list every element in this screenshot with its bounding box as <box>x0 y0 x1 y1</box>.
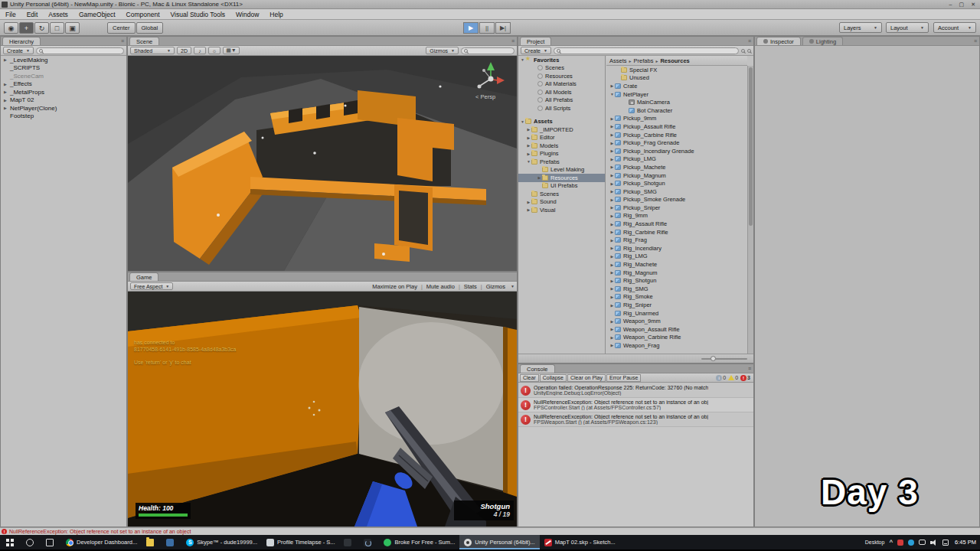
hierarchy-item[interactable]: Footstep <box>1 112 126 121</box>
scene-search-input[interactable] <box>469 48 511 54</box>
expand-arrow-icon[interactable]: ▶ <box>609 124 615 129</box>
taskbar-button[interactable]: Developer Dashboard... <box>61 535 142 549</box>
taskbar-button[interactable]: Broke For Free - Sum... <box>379 535 459 549</box>
taskbar-button[interactable] <box>2 535 21 549</box>
menu-item[interactable]: Edit <box>21 9 44 19</box>
camera-preview-icon[interactable]: ▦▼ <box>223 47 240 54</box>
menu-item[interactable]: Component <box>121 9 165 19</box>
warning-filter-toggle[interactable]: 0 <box>728 375 738 380</box>
layers-dropdown[interactable]: Layers▼ <box>839 22 882 33</box>
project-file-item[interactable]: ▶ Rig_Sniper <box>606 301 747 309</box>
expand-arrow-icon[interactable]: ▶ <box>609 295 615 299</box>
aspect-dropdown[interactable]: Free Aspect▼ <box>130 282 173 290</box>
lock-icon[interactable]: ≡ <box>974 38 977 44</box>
menu-item[interactable]: Window <box>230 9 264 19</box>
menu-item[interactable]: Help <box>264 9 288 19</box>
taskbar-button[interactable]: MapT 02.skp - Sketch... <box>540 535 620 549</box>
breadcrumb-item[interactable]: Resources <box>660 57 689 64</box>
project-tree-item[interactable]: ▼ Prefabs <box>518 158 605 166</box>
project-tree-item[interactable]: ▶ Editor <box>518 134 605 142</box>
step-button[interactable]: ▶| <box>495 22 511 34</box>
project-tree-item[interactable]: Scenes <box>518 64 605 73</box>
project-file-item[interactable]: ▶ Rig_Smoke <box>606 293 747 302</box>
chevron-up-icon[interactable]: ^ <box>889 540 893 546</box>
taskbar-button[interactable] <box>41 535 61 549</box>
project-file-item[interactable]: ▶ Pickup_Magnum <box>606 171 747 180</box>
expand-arrow-icon[interactable]: ▶ <box>609 157 615 161</box>
expand-arrow-icon[interactable]: ▶ <box>526 152 531 156</box>
project-file-item[interactable]: ▶ Rig_Assault Rifle <box>606 220 747 228</box>
taskbar-button[interactable] <box>359 535 379 549</box>
project-file-item[interactable]: ▶ Pickup_Shotgun <box>606 179 747 187</box>
tab-project[interactable]: Project <box>520 37 551 45</box>
expand-arrow-icon[interactable]: ▶ <box>609 335 615 340</box>
expand-arrow-icon[interactable]: ▼ <box>526 159 531 164</box>
project-file-item[interactable]: ▶ Rig_9mm <box>606 212 747 220</box>
project-file-item[interactable]: ▶ Rig_SMG <box>606 285 747 293</box>
tab-hierarchy[interactable]: Hierarchy <box>2 37 41 45</box>
tab-inspector[interactable]: Inspector <box>756 37 801 45</box>
project-tree-item[interactable]: Level Making <box>518 166 605 174</box>
expand-arrow-icon[interactable]: ▶ <box>609 173 615 178</box>
taskbar-button[interactable]: Unity Personal (64bit)... <box>459 535 539 549</box>
panel-menu-icon[interactable]: ≡ <box>121 38 124 44</box>
project-file-item[interactable]: ▶ Pickup_Assault Rifle <box>606 122 747 131</box>
error-pause-toggle[interactable]: Error Pause <box>606 374 641 382</box>
project-file-item[interactable]: Unused <box>606 74 747 83</box>
project-tree-item[interactable]: ▶ Visual <box>518 206 605 214</box>
project-file-item[interactable]: ▶ Rig_Carbine Rifle <box>606 228 747 236</box>
account-dropdown[interactable]: Account▼ <box>933 22 976 33</box>
taskbar-button[interactable] <box>21 535 41 549</box>
error-filter-toggle[interactable]: !3 <box>740 375 750 381</box>
expand-arrow-icon[interactable]: ▶ <box>526 127 531 132</box>
maximize-button[interactable]: ▢ <box>959 2 965 8</box>
panel-menu-icon[interactable]: ≡ <box>511 38 514 44</box>
scene-viewport[interactable]: < Persp <box>128 56 517 271</box>
project-file-item[interactable]: ▶ Weapon_Frag <box>606 341 747 350</box>
project-tree-item[interactable]: ▶ Sound <box>518 198 605 207</box>
project-file-item[interactable]: ▶ Weapon_Assault Rifle <box>606 325 747 334</box>
expand-arrow-icon[interactable]: ▶ <box>609 254 615 259</box>
create-dropdown[interactable]: Create▼ <box>521 47 551 54</box>
project-file-item[interactable]: ▶ Weapon_Carbine Rifle <box>606 334 747 342</box>
project-file-item[interactable]: ▶ Pickup_LMG <box>606 155 747 164</box>
scene-gizmos-dropdown[interactable]: Gizmos▼ <box>426 47 459 54</box>
project-tree-item[interactable]: All Prefabs <box>518 96 605 105</box>
close-button[interactable]: ✕ <box>971 2 975 8</box>
project-search-input[interactable] <box>562 48 736 54</box>
expand-arrow-icon[interactable]: ▶ <box>526 200 531 204</box>
hierarchy-search-input[interactable] <box>44 48 121 54</box>
expand-arrow-icon[interactable]: ▶ <box>609 214 615 218</box>
rotate-tool-icon[interactable]: ↻ <box>34 22 49 34</box>
project-scrollbar[interactable] <box>747 66 753 354</box>
thumbnail-zoom-slider[interactable] <box>701 358 747 360</box>
project-file-item[interactable]: ▶ Rig_LMG <box>606 253 747 261</box>
speaker-icon[interactable] <box>930 540 938 546</box>
menu-item[interactable]: GameObject <box>74 9 121 19</box>
expand-arrow-icon[interactable]: ▶ <box>609 327 615 331</box>
project-tree-item[interactable]: ▶ Resources <box>518 174 605 182</box>
menu-item[interactable]: Visual Studio Tools <box>165 9 231 19</box>
game-viewport[interactable]: has connected to 81770458-6141-491b-8585… <box>128 292 517 527</box>
project-tree-item[interactable]: ▶ Models <box>518 142 605 150</box>
expand-arrow-icon[interactable]: ▶ <box>609 189 615 194</box>
project-file-item[interactable]: ▶ Pickup_Frag Grenade <box>606 139 747 147</box>
desktop-label[interactable]: Desktop <box>865 540 885 545</box>
project-search[interactable] <box>554 47 739 54</box>
mute-audio-toggle[interactable]: Mute audio <box>426 283 455 290</box>
tab-lighting[interactable]: Lighting <box>802 37 843 45</box>
taskbar-button[interactable]: Profile Timelapse - S... <box>262 535 339 549</box>
expand-arrow-icon[interactable]: ▶ <box>609 141 615 145</box>
panel-menu-icon[interactable]: ≡ <box>748 366 751 371</box>
expand-arrow-icon[interactable]: ▶ <box>609 343 615 347</box>
game-gizmos-dropdown[interactable]: Gizmos <box>486 283 505 290</box>
expand-arrow-icon[interactable]: ▶ <box>609 319 615 324</box>
tab-console[interactable]: Console <box>520 364 555 373</box>
clock[interactable]: 6:45 PM <box>955 539 976 546</box>
hierarchy-item[interactable]: ▶ _LevelMaking <box>1 56 126 64</box>
expand-arrow-icon[interactable]: ▶ <box>609 197 615 202</box>
expand-arrow-icon[interactable]: ▶ <box>4 90 10 94</box>
scene-search[interactable] <box>461 47 514 54</box>
menu-item[interactable]: Assets <box>43 9 74 19</box>
2d-toggle-button[interactable]: 2D <box>177 47 191 54</box>
